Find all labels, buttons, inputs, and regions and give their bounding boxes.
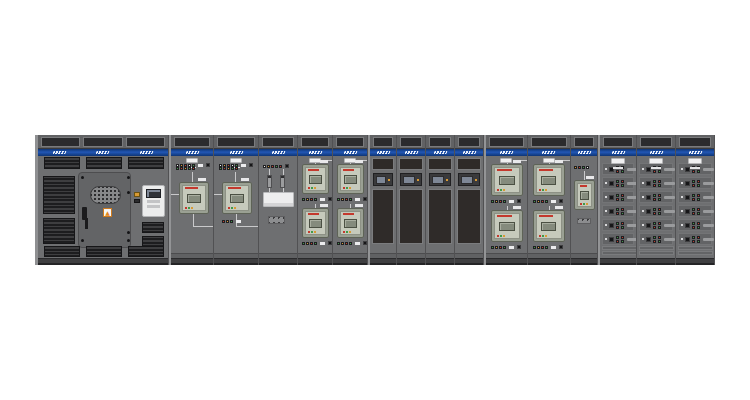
breaker-face bbox=[536, 213, 562, 239]
control-switch bbox=[559, 245, 563, 249]
drawout-breaker bbox=[491, 210, 523, 242]
feeder-column-3 bbox=[676, 135, 715, 265]
pilot-light-red bbox=[658, 166, 661, 169]
pilot-light-green bbox=[658, 226, 661, 229]
pilot-light-red bbox=[499, 200, 502, 203]
pilot-light-pair bbox=[692, 208, 695, 215]
unit-label bbox=[555, 206, 563, 209]
section-front bbox=[455, 156, 483, 258]
screw-dot bbox=[642, 196, 644, 198]
pilot-light-red bbox=[616, 212, 619, 215]
double-breaker-bay-3 bbox=[484, 135, 528, 265]
roof-vent-panel bbox=[262, 137, 294, 147]
breaker-red-label bbox=[539, 169, 554, 171]
breaker-handle bbox=[609, 223, 614, 228]
power-led bbox=[417, 179, 419, 181]
pilot-light-red bbox=[658, 236, 661, 239]
mimic-bus-line bbox=[192, 172, 193, 182]
breaker-handle bbox=[685, 195, 690, 200]
kick-strip bbox=[571, 253, 597, 258]
pilot-light-green bbox=[491, 200, 494, 203]
pilot-light-row bbox=[337, 241, 367, 245]
door-vent-grille bbox=[90, 186, 121, 204]
pilot-light-green bbox=[230, 220, 233, 223]
brand-band bbox=[298, 149, 332, 156]
pilot-light-green bbox=[653, 166, 656, 169]
section-plinth bbox=[333, 258, 367, 265]
section-front bbox=[426, 156, 454, 258]
pilot-light-green bbox=[653, 194, 656, 197]
kick-strip bbox=[455, 253, 483, 258]
pilot-light-red bbox=[541, 246, 544, 249]
pilot-light-red bbox=[692, 198, 695, 201]
blank-panel bbox=[457, 158, 481, 170]
pilot-light-green bbox=[692, 194, 695, 197]
pilot-light-row bbox=[263, 164, 289, 168]
section-plinth bbox=[528, 258, 571, 265]
breaker-window bbox=[499, 222, 514, 231]
switchgear-illustration bbox=[0, 0, 750, 400]
breaker-red-label bbox=[343, 213, 354, 215]
screw-dot bbox=[681, 210, 683, 212]
breaker-window bbox=[230, 194, 244, 203]
feeder-unit bbox=[678, 163, 712, 175]
pilot-light-row bbox=[491, 199, 521, 203]
label-chip bbox=[551, 246, 556, 249]
pilot-light-pair bbox=[658, 222, 661, 229]
section-plinth bbox=[426, 258, 454, 265]
pilot-light-row bbox=[337, 197, 367, 201]
double-breaker-bay-2 bbox=[333, 135, 368, 265]
feeder-unit bbox=[639, 163, 673, 175]
kick-strip bbox=[171, 253, 213, 258]
brand-logo bbox=[271, 151, 285, 154]
status-dot-amber bbox=[349, 231, 351, 233]
brand-logo bbox=[499, 151, 513, 154]
pilot-light-red bbox=[621, 222, 624, 225]
pilot-light-red bbox=[621, 208, 624, 211]
brand-band bbox=[600, 149, 636, 156]
screw-dot bbox=[605, 224, 607, 226]
breaker-face bbox=[494, 213, 520, 239]
screw-dot bbox=[642, 224, 644, 226]
pilot-light-red bbox=[697, 180, 700, 183]
section-plinth bbox=[38, 258, 168, 265]
fuse-post bbox=[267, 175, 272, 188]
section-front bbox=[38, 156, 168, 258]
mimic-bus-line bbox=[283, 169, 284, 175]
pilot-light-red bbox=[345, 198, 348, 201]
screw-dot bbox=[642, 210, 644, 212]
unit-handle bbox=[703, 196, 714, 199]
pilot-light-row bbox=[302, 241, 332, 245]
status-dot-amber bbox=[503, 235, 505, 237]
pilot-light-amber bbox=[495, 200, 498, 203]
pilot-light-green bbox=[621, 198, 624, 201]
controller-bay-1 bbox=[368, 135, 397, 265]
pilot-light-green bbox=[658, 212, 661, 215]
status-dot-amber bbox=[586, 203, 588, 205]
breaker-window bbox=[541, 176, 556, 185]
pilot-light-green bbox=[231, 167, 234, 170]
unit-handle bbox=[664, 210, 675, 213]
brand-band bbox=[214, 149, 258, 156]
pilot-light-pair bbox=[621, 236, 624, 243]
pilot-light-red bbox=[345, 242, 348, 245]
breaker-handle bbox=[609, 167, 614, 172]
pilot-light-amber bbox=[574, 166, 577, 169]
pilot-light-green bbox=[621, 226, 624, 229]
double-breaker-bay-4 bbox=[528, 135, 572, 265]
pilot-light-green bbox=[616, 194, 619, 197]
door-bolt bbox=[81, 239, 84, 242]
feeder-column-1 bbox=[598, 135, 637, 265]
pilot-light-green bbox=[188, 167, 191, 170]
roof-vent-panel bbox=[640, 137, 672, 147]
pilot-light-pair bbox=[697, 166, 700, 173]
vent-louver bbox=[86, 157, 122, 169]
controller-bay-3 bbox=[426, 135, 455, 265]
pilot-light-row bbox=[222, 220, 241, 223]
roof-vent-panel bbox=[603, 137, 633, 147]
status-dot-green bbox=[542, 189, 544, 191]
power-led bbox=[446, 179, 448, 181]
pilot-light-green bbox=[533, 246, 536, 249]
screw-dot bbox=[605, 168, 607, 170]
roof-vent-panel bbox=[531, 137, 568, 147]
